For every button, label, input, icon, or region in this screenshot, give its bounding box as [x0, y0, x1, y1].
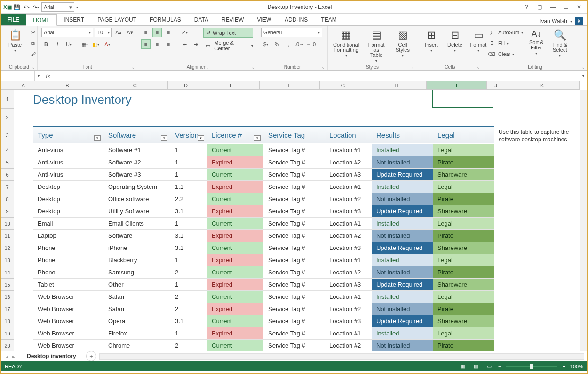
expand-formula-icon[interactable]: ▾: [580, 74, 587, 78]
tab-formulas[interactable]: FORMULAS: [143, 14, 188, 25]
cut-icon[interactable]: ✂: [28, 28, 38, 37]
zoom-slider[interactable]: [506, 366, 557, 367]
cell[interactable]: Current: [207, 291, 263, 303]
cell[interactable]: 3.1: [170, 230, 207, 242]
align-right-icon[interactable]: ≡: [164, 39, 173, 49]
decrease-decimal-icon[interactable]: ←.0: [306, 39, 316, 49]
cell[interactable]: Service Tag #: [263, 230, 325, 242]
cell[interactable]: Not installed: [372, 193, 433, 205]
cell[interactable]: Service Tag #: [263, 327, 325, 339]
cell[interactable]: iPhone: [103, 242, 170, 254]
cell[interactable]: Tablet: [33, 279, 103, 290]
horizontal-scrollbar[interactable]: [99, 353, 584, 360]
cell[interactable]: Service Tag #: [263, 242, 325, 254]
increase-font-icon[interactable]: A▴: [114, 28, 123, 37]
save-icon[interactable]: 💾: [13, 3, 21, 11]
cell[interactable]: Not installed: [372, 266, 433, 278]
cell[interactable]: Firefox: [103, 327, 170, 339]
cell[interactable]: Location #2: [325, 193, 372, 205]
cell[interactable]: Phone: [33, 254, 103, 266]
cell[interactable]: Service Tag #: [263, 266, 325, 278]
redo-icon[interactable]: ↷▾: [32, 3, 40, 11]
align-middle-icon[interactable]: ≡: [152, 28, 162, 37]
row-header-9[interactable]: 9: [1, 205, 14, 218]
cell[interactable]: 1: [170, 254, 207, 266]
tab-file[interactable]: FILE: [1, 14, 26, 25]
row-header-14[interactable]: 14: [1, 266, 14, 279]
sheet-nav[interactable]: ◂▸: [1, 353, 20, 360]
cell[interactable]: Service Tag #: [263, 205, 325, 217]
cell[interactable]: Desktop: [33, 181, 103, 193]
cell[interactable]: Location #2: [325, 266, 372, 278]
number-format-select[interactable]: General▾: [261, 28, 322, 37]
fx-icon[interactable]: fx: [42, 73, 54, 79]
col-header-B[interactable]: B: [32, 81, 102, 89]
col-header-E[interactable]: E: [204, 81, 260, 89]
cell[interactable]: Software #1: [103, 144, 170, 156]
cell[interactable]: Legal: [433, 181, 494, 193]
cell[interactable]: Location #3: [325, 205, 372, 217]
filter-dropdown-icon[interactable]: ▾: [254, 135, 261, 141]
cell[interactable]: Pirate: [433, 156, 494, 168]
cell[interactable]: Operating System: [103, 181, 170, 193]
table-header-version[interactable]: Version▾: [170, 127, 207, 143]
table-row[interactable]: PhoneSamsung2CurrentService Tag #Locatio…: [33, 266, 494, 279]
cell[interactable]: 1.1: [170, 181, 207, 193]
table-header-service-tag[interactable]: Service Tag: [263, 127, 325, 143]
cell[interactable]: Location #1: [325, 218, 372, 229]
cell[interactable]: 2: [170, 266, 207, 278]
cell[interactable]: Laptop: [33, 230, 103, 242]
table-header-results[interactable]: Results: [372, 127, 433, 143]
row-header-6[interactable]: 6: [1, 169, 14, 181]
cell[interactable]: Web Browser: [33, 315, 103, 327]
cell[interactable]: Safari: [103, 291, 170, 303]
conditional-formatting-button[interactable]: ▦ConditionalFormatting▾: [332, 28, 360, 59]
sort-filter-button[interactable]: A↓Sort &Filter▾: [526, 28, 547, 57]
table-row[interactable]: LaptopSoftware3.1ExpiredService Tag #Loc…: [33, 230, 494, 242]
cell[interactable]: Desktop: [33, 193, 103, 205]
cell[interactable]: Expired: [207, 254, 263, 266]
cell[interactable]: Service Tag #: [263, 303, 325, 315]
table-row[interactable]: Web BrowserFirefox1ExpiredService Tag #L…: [33, 327, 494, 340]
decrease-indent-icon[interactable]: ⇤: [180, 39, 189, 49]
filter-dropdown-icon[interactable]: ▾: [198, 135, 204, 141]
cell[interactable]: Service Tag #: [263, 169, 325, 180]
qat-customize-icon[interactable]: ▾: [76, 5, 78, 9]
cell[interactable]: Update Required: [372, 169, 433, 180]
cell[interactable]: Location #2: [325, 340, 372, 351]
font-color-icon[interactable]: A▾: [103, 39, 112, 49]
cell[interactable]: Update Required: [372, 205, 433, 217]
cell[interactable]: Service Tag #: [263, 315, 325, 327]
cell[interactable]: 1: [170, 144, 207, 156]
cells-area[interactable]: Desktop Inventory Type▾Software▾Version▾…: [14, 90, 580, 351]
cell[interactable]: Pirate: [433, 340, 494, 351]
row-header-18[interactable]: 18: [1, 315, 14, 327]
cell[interactable]: Installed: [372, 144, 433, 156]
cell[interactable]: 2: [170, 291, 207, 303]
cell[interactable]: Location #2: [325, 230, 372, 242]
ribbon-display-icon[interactable]: ▢: [535, 4, 544, 10]
cell[interactable]: Not installed: [372, 303, 433, 315]
cell[interactable]: Anti-virus: [33, 144, 103, 156]
cell[interactable]: Current: [207, 266, 263, 278]
cell[interactable]: Safari: [103, 303, 170, 315]
cell[interactable]: Expired: [207, 279, 263, 290]
col-header-I[interactable]: I: [427, 81, 487, 89]
align-bottom-icon[interactable]: ≡: [164, 28, 173, 37]
row-header-12[interactable]: 12: [1, 242, 14, 254]
autosum-button[interactable]: ∑AutoSum ▾: [487, 28, 523, 37]
cell[interactable]: Shareware: [433, 205, 494, 217]
cell[interactable]: Pirate: [433, 266, 494, 278]
add-sheet-button[interactable]: ＋: [86, 351, 96, 361]
undo-icon[interactable]: ↶▾: [23, 3, 30, 11]
cell[interactable]: Service Tag #: [263, 193, 325, 205]
cell[interactable]: Service Tag #: [263, 291, 325, 303]
col-header-G[interactable]: G: [320, 81, 366, 89]
fill-color-icon[interactable]: ◧▾: [91, 39, 101, 49]
formula-input[interactable]: [54, 71, 580, 81]
minimize-icon[interactable]: —: [548, 4, 557, 10]
cell[interactable]: Web Browser: [33, 327, 103, 339]
cell[interactable]: Expired: [207, 230, 263, 242]
cell[interactable]: Anti-virus: [33, 169, 103, 180]
row-headers[interactable]: 123456789101112131415161718192021: [1, 90, 14, 351]
